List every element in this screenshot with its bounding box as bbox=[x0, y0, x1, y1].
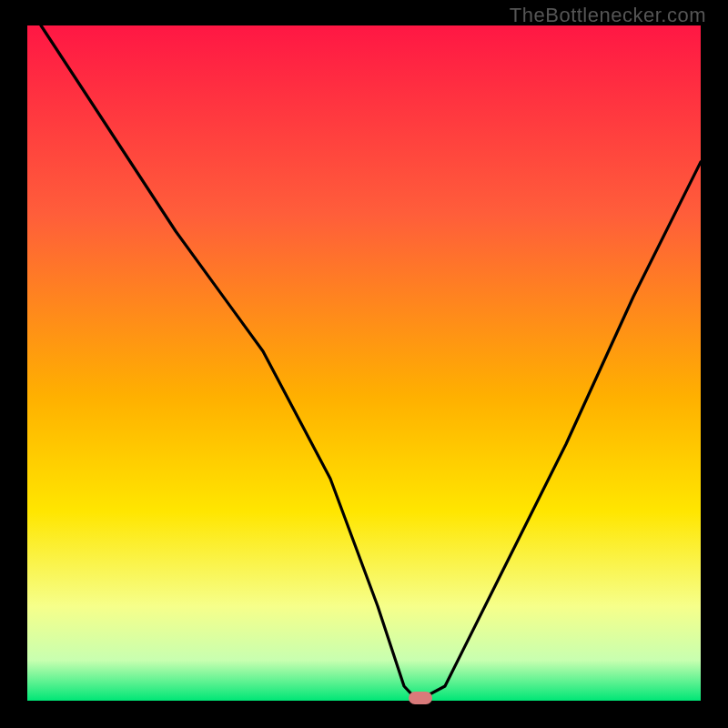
chart-frame bbox=[0, 0, 728, 728]
bottleneck-chart bbox=[0, 0, 728, 728]
min-marker bbox=[409, 692, 432, 704]
plot-area bbox=[27, 25, 701, 701]
watermark-text: TheBottlenecker.com bbox=[510, 4, 706, 27]
